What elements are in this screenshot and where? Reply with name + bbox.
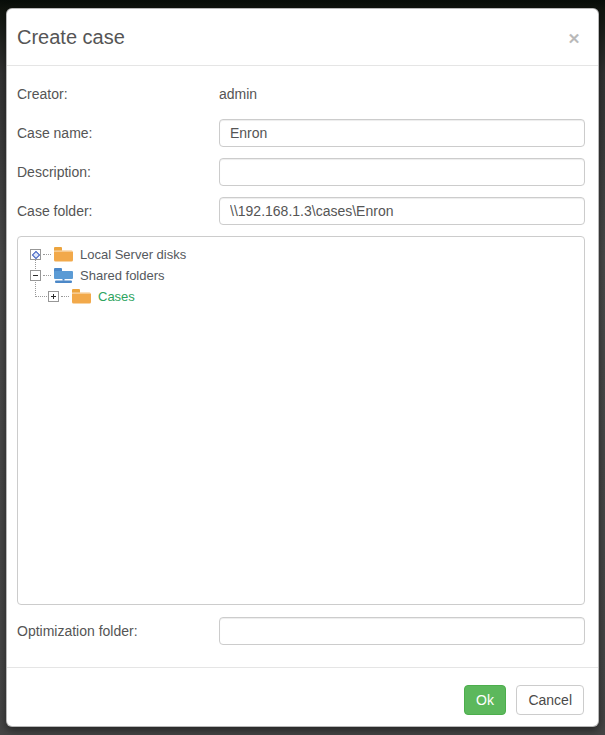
case-folder-input[interactable] (219, 197, 585, 225)
dialog-footer: Ok Cancel (7, 667, 598, 726)
collapse-minus-icon[interactable] (30, 270, 41, 281)
tree-dotted-stub (61, 296, 69, 297)
creator-label: Creator: (17, 82, 219, 106)
tree-item-label: Cases (98, 289, 135, 304)
description-input[interactable] (219, 158, 585, 186)
expand-plus-icon[interactable] (48, 291, 59, 302)
tree-dotted-stub (43, 254, 51, 255)
folder-tree-panel: Local Server disks Shared folders (17, 236, 585, 605)
case-folder-row: Case folder: (17, 197, 585, 225)
case-name-input[interactable] (219, 119, 585, 147)
create-case-dialog: Create case ✕ Creator: admin Case name: … (6, 8, 599, 727)
creator-value: admin (219, 82, 257, 106)
case-folder-label: Case folder: (17, 197, 219, 225)
tree-item-local-server-disks[interactable]: Local Server disks (18, 244, 584, 265)
tree-item-label: Shared folders (80, 268, 165, 283)
tree-item-shared-folders[interactable]: Shared folders (18, 265, 584, 286)
close-icon: ✕ (568, 30, 581, 47)
tree-dotted-stub (43, 275, 51, 276)
tree-item-cases[interactable]: Cases (18, 286, 584, 307)
orange-folder-icon (72, 289, 92, 304)
dialog-title: Create case (17, 24, 584, 51)
orange-folder-icon (54, 247, 74, 262)
description-row: Description: (17, 158, 585, 186)
cancel-button[interactable]: Cancel (516, 685, 584, 715)
dialog-header: Create case ✕ (7, 9, 598, 66)
diamond-expander-icon[interactable] (30, 249, 41, 260)
tree-item-label: Local Server disks (80, 247, 186, 262)
dialog-body: Creator: admin Case name: Description: C… (7, 66, 598, 667)
optimization-folder-row: Optimization folder: (17, 617, 585, 645)
optimization-folder-label: Optimization folder: (17, 617, 219, 645)
page-backdrop: Create case ✕ Creator: admin Case name: … (0, 0, 605, 735)
shared-folder-icon (54, 268, 74, 283)
case-name-row: Case name: (17, 119, 585, 147)
close-button[interactable]: ✕ (565, 30, 583, 48)
optimization-folder-input[interactable] (219, 617, 585, 645)
case-name-label: Case name: (17, 119, 219, 147)
creator-row: Creator: admin (17, 82, 585, 106)
description-label: Description: (17, 158, 219, 186)
ok-button[interactable]: Ok (464, 685, 506, 715)
